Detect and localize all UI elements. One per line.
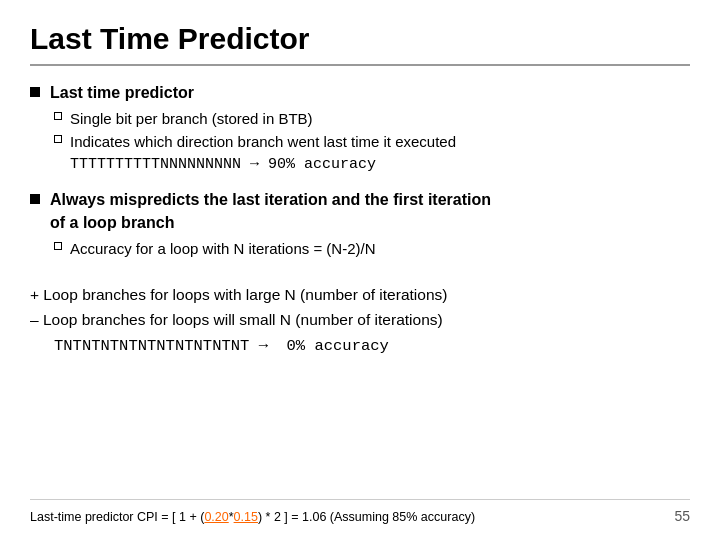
sub-bullet-2-1: Accuracy for a loop with N iterations = … [54,238,690,259]
sub-bullet-square [54,112,62,120]
bullet-content-1: Last time predictor Single bit per branc… [50,82,690,177]
sub-bullet-1-2: Indicates which direction branch went la… [54,131,690,175]
footer-section: Last-time predictor CPI = [ 1 + (0.20*0.… [30,499,690,524]
cpi-text-before: Last-time predictor CPI = [ 1 + ( [30,510,204,524]
bullet-main-2: Always mispredicts the last iteration an… [50,189,690,234]
bullet-main-1: Last time predictor [50,82,690,104]
plus-minus-section: + Loop branches for loops with large N (… [30,283,690,358]
plus-line-text: + Loop branches for loops with large N (… [30,283,447,308]
sub-bullet-square-3 [54,242,62,250]
page-number: 55 [674,508,690,524]
sub-bullet-square-2 [54,135,62,143]
bullet-content-2: Always mispredicts the last iteration an… [50,189,690,261]
sub-bullet-text-1-2: Indicates which direction branch went la… [70,131,456,175]
tnt-sequence: TNTNTNTNTNTNTNTNTNTNT → 0% accuracy [54,337,389,355]
bullet-item-1: Last time predictor Single bit per branc… [30,82,690,177]
bullet-square-2 [30,194,40,204]
sub-bullet-1-1: Single bit per branch (stored in BTB) [54,108,690,129]
sub-bullets-1: Single bit per branch (stored in BTB) In… [54,108,690,175]
bullet-square-1 [30,87,40,97]
highlight-value-1: 0.20 [204,510,228,524]
plus-line: + Loop branches for loops with large N (… [30,283,690,308]
footer-text: Last-time predictor CPI = [ 1 + (0.20*0.… [30,510,475,524]
minus-line-text: – Loop branches for loops will small N (… [30,308,443,333]
highlight-value-2: 0.15 [234,510,258,524]
minus-line: – Loop branches for loops will small N (… [30,308,690,333]
slide-title: Last Time Predictor [30,22,690,66]
sub-bullet-text-1-1: Single bit per branch (stored in BTB) [70,108,313,129]
main-content: Last time predictor Single bit per branc… [30,82,690,499]
indent-line: TNTNTNTNTNTNTNTNTNTNT → 0% accuracy [54,333,690,359]
cpi-text-after: ) * 2 ] = 1.06 (Assuming 85% accuracy) [258,510,475,524]
accuracy-sequence: TTTTTTTTTTNNNNNNNNN → 90% accuracy [70,156,376,173]
slide: Last Time Predictor Last time predictor … [0,0,720,540]
bullet-item-2: Always mispredicts the last iteration an… [30,189,690,261]
sub-bullets-2: Accuracy for a loop with N iterations = … [54,238,690,259]
sub-bullet-text-2-1: Accuracy for a loop with N iterations = … [70,238,376,259]
